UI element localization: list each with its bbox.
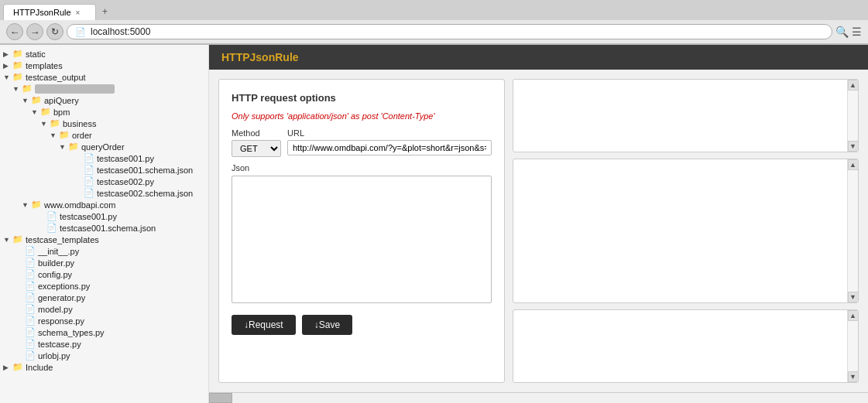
back-btn[interactable]: ←	[6, 23, 23, 40]
page-icon: 📄	[75, 27, 86, 37]
tree-item-builder-py[interactable]: 📄 builder.py	[0, 257, 208, 268]
tree-label: Include	[26, 363, 53, 372]
address-bar[interactable]: 📄 localhost:5000	[67, 24, 832, 39]
tree-item-www-testcase001py[interactable]: 📄 testcase001.py	[0, 210, 208, 222]
tree-item-wwwomdbapi[interactable]: ▼ 📁 www.omdbapi.com	[0, 199, 208, 210]
tree-item-order[interactable]: ▼ 📁 order	[0, 129, 208, 141]
forward-btn[interactable]: →	[26, 23, 43, 40]
arrow-icon: ▼	[50, 131, 59, 139]
tab-close-btn[interactable]: ×	[76, 9, 81, 17]
arrow-icon: ▼	[59, 143, 68, 151]
file-icon: 📄	[25, 246, 36, 256]
file-icon: 📄	[84, 188, 94, 198]
address-text: localhost:5000	[91, 26, 824, 37]
tab-bar: HTTPJsonRule × +	[0, 0, 868, 20]
tree-item-config-py[interactable]: 📄 config.py	[0, 268, 208, 280]
save-btn[interactable]: ↓Save	[302, 315, 352, 335]
url-input[interactable]	[287, 140, 492, 155]
scroll-up-arrow[interactable]: ▲	[848, 80, 859, 91]
tree-item-bpm[interactable]: ▼ 📁 bpm	[0, 106, 208, 118]
tree-label: bpm	[53, 108, 70, 117]
tree-item-www-testcase001schema[interactable]: 📄 testcase001.schema.json	[0, 222, 208, 234]
file-icon: 📄	[25, 350, 36, 360]
tree-label: apiQuery	[44, 96, 79, 105]
json-label: Json	[232, 163, 492, 172]
tree-item-testcase-templates[interactable]: ▼ 📁 testcase_templates	[0, 234, 208, 245]
tab-label: HTTPJsonRule	[13, 8, 71, 17]
file-icon: 📄	[25, 304, 36, 314]
file-icon: 📄	[84, 153, 94, 163]
method-label: Method	[232, 128, 281, 138]
tree-item-testcase-py[interactable]: 📄 testcase.py	[0, 338, 208, 350]
method-select[interactable]: GET POST	[232, 140, 281, 157]
tree-item-schema-types-py[interactable]: 📄 schema_types.py	[0, 326, 208, 338]
tree-label: testcase001.py	[97, 154, 154, 163]
tree-label: schema_types.py	[38, 328, 105, 337]
menu-btn[interactable]: ☰	[852, 26, 862, 38]
tree-label: urlobj.py	[38, 351, 70, 360]
tree-label: response.py	[38, 316, 84, 326]
scroll-down-arrow[interactable]: ▼	[848, 371, 859, 382]
tree-label: testcase002.py	[97, 177, 154, 186]
bottom-panel-scrollbar: ▲ ▼	[847, 310, 858, 382]
new-tab-btn[interactable]: +	[96, 3, 114, 20]
tree-item-queryorder[interactable]: ▼ 📁 queryOrder	[0, 141, 208, 152]
tree-item-apiquery[interactable]: ▼ 📁 apiQuery	[0, 94, 208, 106]
browser-chrome: HTTPJsonRule × + ← → ↻ 📄 localhost:5000 …	[0, 0, 868, 45]
button-row: ↓Request ↓Save	[232, 315, 492, 335]
tree-item-model-py[interactable]: 📄 model.py	[0, 303, 208, 315]
tree-item-init-py[interactable]: 📄 __init__.py	[0, 245, 208, 257]
folder-icon: 📁	[12, 72, 23, 82]
tree-label: model.py	[38, 305, 73, 314]
tree-item-testcase001schema[interactable]: 📄 testcase001.schema.json	[0, 164, 208, 176]
tree-label: testcase.py	[38, 340, 81, 349]
scroll-up-arrow[interactable]: ▲	[848, 310, 859, 321]
folder-icon: 📁	[59, 130, 70, 140]
tree-item-testcase-output[interactable]: ▼ 📁 testcase_output	[0, 71, 208, 83]
content-area: HTTPJsonRule HTTP request options Only s…	[209, 45, 868, 403]
arrow-icon: ▶	[3, 50, 12, 58]
tree-item-response-py[interactable]: 📄 response.py	[0, 315, 208, 326]
tree-item-static[interactable]: ▶ 📁 static	[0, 48, 208, 60]
tree-item-exceptions-py[interactable]: 📄 exceptions.py	[0, 280, 208, 292]
search-btn[interactable]: 🔍	[835, 26, 849, 38]
tree-item-include[interactable]: ▶ 📁 Include	[0, 361, 208, 373]
tree-item-business[interactable]: ▼ 📁 business	[0, 118, 208, 129]
scroll-up-arrow[interactable]: ▲	[848, 159, 859, 170]
refresh-btn[interactable]: ↻	[46, 23, 63, 40]
browser-tab-active[interactable]: HTTPJsonRule ×	[3, 4, 96, 20]
tree-label: builder.py	[38, 258, 74, 268]
folder-icon: 📁	[12, 234, 23, 244]
http-panel-title: HTTP request options	[232, 92, 492, 104]
arrow-icon: ▼	[22, 201, 31, 209]
scroll-track	[848, 321, 858, 371]
tree-item-testcase002py[interactable]: 📄 testcase002.py	[0, 176, 208, 187]
file-icon: 📄	[46, 211, 57, 221]
tree-item-generator-py[interactable]: 📄 generator.py	[0, 292, 208, 303]
request-btn[interactable]: ↓Request	[232, 315, 296, 335]
tree-item-testcase001py[interactable]: 📄 testcase001.py	[0, 152, 208, 164]
json-textarea[interactable]	[232, 176, 492, 303]
tree-label: static	[26, 50, 46, 59]
folder-icon: 📁	[12, 49, 23, 59]
h-scroll-thumb[interactable]	[209, 393, 232, 403]
middle-panel-scrollbar: ▲ ▼	[847, 159, 858, 303]
arrow-icon: ▼	[3, 236, 12, 244]
file-icon: 📄	[25, 316, 36, 326]
tree-item-urlobj-py[interactable]: 📄 urlobj.py	[0, 350, 208, 361]
tree-label: exceptions.py	[38, 282, 90, 291]
tree-item-root-greyed[interactable]: ▼ 📁	[0, 83, 208, 94]
file-icon: 📄	[25, 339, 36, 349]
file-icon: 📄	[84, 165, 94, 175]
scroll-down-arrow[interactable]: ▼	[848, 292, 859, 302]
tree-item-testcase002schema[interactable]: 📄 testcase002.schema.json	[0, 187, 208, 199]
http-note: Only supports 'application/json' as post…	[232, 111, 492, 121]
tree-item-templates[interactable]: ▶ 📁 templates	[0, 60, 208, 71]
tree-label: testcase001.schema.json	[60, 224, 156, 233]
h-scroll-track	[232, 393, 868, 403]
main-layout: ▶ 📁 static ▶ 📁 templates ▼ 📁 testcase_ou…	[0, 45, 868, 403]
scroll-down-arrow[interactable]: ▼	[848, 141, 859, 152]
tree-label: business	[63, 119, 96, 128]
right-panel-middle: ▲ ▼	[513, 159, 859, 304]
tree-label: queryOrder	[81, 142, 125, 152]
